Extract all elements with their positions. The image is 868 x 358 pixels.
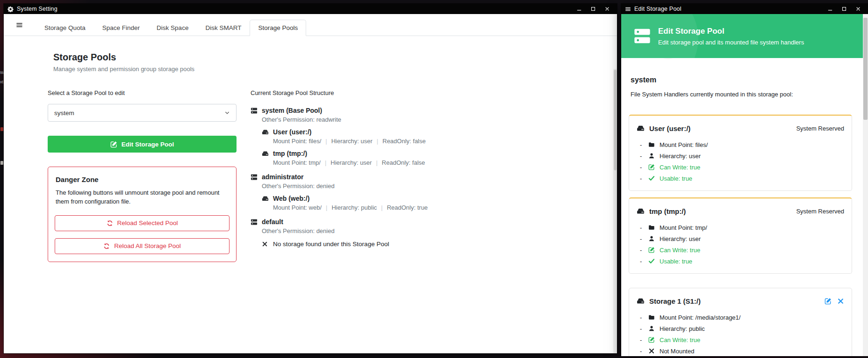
- handler-row-can-write: Can Write: true: [637, 244, 844, 256]
- watermark-ring: [656, 58, 680, 59]
- x-icon: [648, 348, 655, 354]
- pool-row[interactable]: administrator: [251, 172, 603, 182]
- reload-all-label: Reload All Storage Pool: [114, 242, 181, 249]
- reload-all-pool-button[interactable]: Reload All Storage Pool: [55, 238, 230, 254]
- handler-row-mount-point: Mount Point: tmp/: [637, 222, 844, 233]
- maximize-icon: [591, 7, 595, 11]
- desktop-icon: [0, 127, 3, 131]
- scrollbar-thumb[interactable]: [614, 70, 617, 170]
- handler-card-user: User (user:/) System Reserved Mount Poin…: [629, 115, 852, 191]
- user-icon: [648, 235, 655, 242]
- child-name: User (user:/): [273, 128, 311, 136]
- child-row[interactable]: User (user:/): [262, 127, 603, 137]
- pool-structure-column: Current Storage Pool Structure system (B…: [251, 89, 603, 262]
- titlebar[interactable]: System Setting: [4, 4, 617, 14]
- edit-pool-banner: Edit Storage Pool Edit storage pool and …: [621, 14, 868, 58]
- tab-disk-space[interactable]: Disk Space: [148, 20, 197, 36]
- hamburger-menu-icon[interactable]: [15, 22, 24, 29]
- pool-name: administrator: [262, 173, 303, 181]
- desktop-background: W xt System Setting Storage Quota Space …: [0, 0, 868, 358]
- row-text: Mount Point: files/: [660, 141, 708, 148]
- user-icon: [648, 153, 655, 159]
- unmount-handler-button[interactable]: [837, 298, 844, 305]
- edit-handler-button[interactable]: [825, 298, 832, 305]
- hdd-icon: [262, 195, 269, 202]
- tab-space-finder[interactable]: Space Finder: [94, 20, 148, 36]
- folder-icon: [648, 224, 655, 231]
- detail-mount-point: Mount Point: tmp/: [273, 159, 321, 166]
- tab-storage-pools[interactable]: Storage Pools: [250, 20, 306, 36]
- handler-name: tmp (tmp:/): [649, 207, 686, 215]
- detail-hierarchy: Hierarchy: public: [322, 204, 377, 211]
- close-button[interactable]: [851, 4, 865, 14]
- detail-readonly: ReadOnly: false: [373, 138, 426, 145]
- hdd-icon: [262, 150, 269, 157]
- banner-subtitle: Edit storage pool and its mounted file s…: [658, 39, 804, 46]
- pool-selector-column: Select a Storage Pool to edit system Edi…: [48, 89, 237, 262]
- user-icon: [648, 325, 655, 332]
- pool-row[interactable]: system (Base Pool): [251, 106, 603, 115]
- pool-row[interactable]: default: [251, 217, 603, 226]
- handlers-description: File System Handlers currently mounted i…: [631, 91, 852, 98]
- server-icon: [633, 27, 651, 45]
- pool-name-heading: system: [631, 76, 852, 84]
- row-text: Can Write: true: [660, 247, 700, 254]
- pool-name: system (Base Pool): [262, 107, 322, 114]
- tab-disk-smart[interactable]: Disk SMART: [197, 20, 250, 36]
- refresh-icon: [103, 243, 110, 249]
- scrollbar-thumb[interactable]: [863, 18, 868, 120]
- minimize-icon: [577, 7, 581, 11]
- row-text: Hierarchy: user: [660, 153, 701, 160]
- titlebar[interactable]: Edit Storage Pool: [621, 4, 868, 14]
- pool-administrator: administrator Other's Permission: denied…: [251, 172, 603, 211]
- hdd-icon: [262, 129, 269, 136]
- maximize-button[interactable]: [837, 4, 851, 14]
- structure-label: Current Storage Pool Structure: [251, 89, 603, 96]
- edit-icon: [110, 141, 117, 148]
- handler-name: Storage 1 (S1:/): [649, 297, 701, 305]
- reload-selected-pool-button[interactable]: Reload Selected Pool: [55, 215, 230, 231]
- edit-icon: [648, 247, 655, 253]
- page-subtitle: Manage system and permission group stora…: [53, 66, 603, 73]
- check-icon: [648, 258, 655, 264]
- detail-hierarchy: Hierarchy: user: [321, 138, 373, 145]
- edit-storage-pool-window: Edit Storage Pool Edit Storage Pool Edit…: [621, 4, 868, 356]
- row-text: Hierarchy: public: [660, 325, 705, 332]
- maximize-button[interactable]: [586, 4, 600, 14]
- scrollbar[interactable]: [613, 69, 617, 353]
- detail-readonly: ReadOnly: false: [372, 159, 425, 166]
- pool-permission: Other's Permission: readwrite: [262, 116, 603, 123]
- folder-icon: [648, 314, 655, 321]
- pool-child-tmp: tmp (tmp:/) Mount Point: tmp/ Hierarchy:…: [262, 149, 603, 166]
- scrollbar[interactable]: [863, 14, 868, 356]
- child-row[interactable]: tmp (tmp:/): [262, 149, 603, 158]
- window-controls: [572, 4, 614, 14]
- minimize-button[interactable]: [823, 4, 837, 14]
- child-name: tmp (tmp:/): [273, 150, 307, 157]
- child-row[interactable]: Web (web:/): [262, 194, 603, 203]
- desktop-icon: [0, 161, 3, 165]
- tab-storage-quota[interactable]: Storage Quota: [36, 20, 94, 36]
- server-icon: [251, 107, 258, 114]
- handler-row-hierarchy: Hierarchy: public: [637, 323, 844, 334]
- system-setting-window: System Setting Storage Quota Space Finde…: [4, 4, 617, 353]
- no-storage-message: No storage found under this Storage Pool: [262, 241, 603, 248]
- edit-storage-pool-button[interactable]: Edit Storage Pool: [48, 136, 237, 153]
- minimize-button[interactable]: [572, 4, 586, 14]
- hdd-icon: [637, 297, 645, 305]
- close-button[interactable]: [600, 4, 614, 14]
- storage-pool-select[interactable]: system: [48, 104, 237, 122]
- row-text: Usable: true: [660, 175, 692, 182]
- child-details: Mount Point: web/ Hierarchy: public Read…: [273, 204, 603, 211]
- edit-icon: [648, 336, 655, 343]
- maximize-icon: [842, 7, 846, 11]
- x-icon: [262, 241, 268, 247]
- edit-icon: [648, 164, 655, 170]
- detail-mount-point: Mount Point: files/: [273, 138, 321, 145]
- system-reserved-badge: System Reserved: [796, 125, 844, 132]
- row-text: Hierarchy: user: [660, 235, 701, 242]
- window-title: Edit Storage Pool: [634, 6, 681, 12]
- pool-default: default Other's Permission: denied No st…: [251, 217, 603, 248]
- select-pool-label: Select a Storage Pool to edit: [48, 89, 237, 96]
- detail-hierarchy: Hierarchy: user: [321, 159, 372, 166]
